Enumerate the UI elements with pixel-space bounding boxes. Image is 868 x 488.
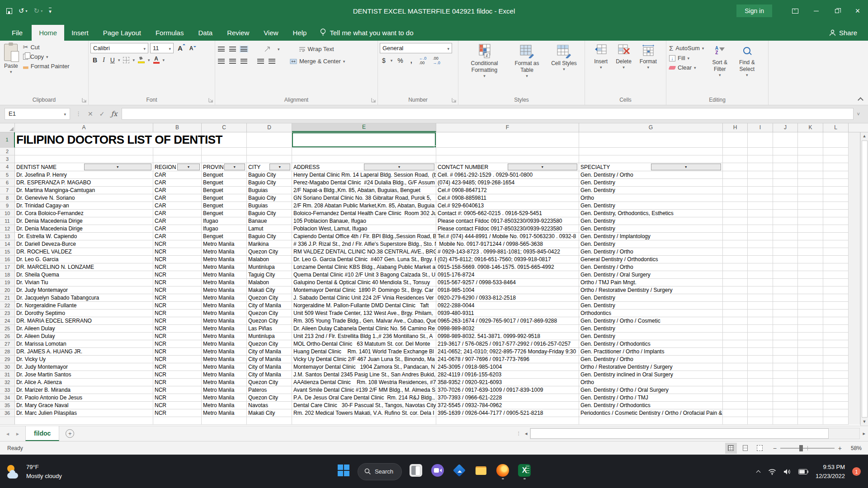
insert-cells-button[interactable]: Insert▾ xyxy=(591,42,611,95)
cell[interactable] xyxy=(723,286,748,294)
cell-address[interactable]: Henry Dental Clinic Rm. 14 Laperal Bldg.… xyxy=(292,171,436,179)
cell-address[interactable]: Huang Dental Clinic Rm. 1401 World Trade… xyxy=(292,348,436,356)
cell-address[interactable]: Unit 213 2nd / Flr. Estrellita Bldg 1.,#… xyxy=(292,333,436,340)
cell-specialty[interactable]: Gen. Dentistry / Orthodontics xyxy=(579,340,723,348)
cell-province[interactable]: Metro Manila xyxy=(202,348,247,356)
cell-contact[interactable]: 241-0678 / 907-7696 / 0917-773-7696 xyxy=(436,356,579,363)
cell-province[interactable]: Metro Manila xyxy=(202,333,247,340)
tab-formulas[interactable]: Formulas xyxy=(148,25,191,41)
cell-name[interactable]: Dr. Aileen Dulay xyxy=(15,333,153,340)
cell[interactable] xyxy=(823,371,849,379)
wrap-text-button[interactable]: Wrap Text xyxy=(297,44,336,54)
cell-contact[interactable]: 358-9352 / 0920-921-6093 xyxy=(436,379,579,386)
cell-name[interactable]: Dr. Vicky Uy xyxy=(15,356,153,363)
header-cell-specialty[interactable]: SPECIALTY▼ xyxy=(579,163,723,171)
cell-region[interactable]: NCR xyxy=(153,379,202,386)
cell[interactable] xyxy=(798,279,823,286)
cell-specialty[interactable]: Ortho / TMJ Pain Mngt. xyxy=(579,279,723,286)
column-header-f[interactable]: F xyxy=(436,123,579,132)
cell[interactable] xyxy=(823,179,849,187)
cut-button[interactable]: ✂Cut xyxy=(21,42,71,52)
cell-contact[interactable]: 0939-480-9311 xyxy=(436,310,579,317)
cell-region[interactable]: NCR xyxy=(153,302,202,310)
cell-name[interactable]: Dr. Vivian Tiu xyxy=(15,279,153,286)
cell-specialty[interactable]: Gen. Dentistry, Orthodontics, Esthetics xyxy=(579,210,723,217)
cell[interactable] xyxy=(723,148,748,155)
cell[interactable] xyxy=(773,348,798,356)
font-color-button[interactable]: A xyxy=(151,55,162,65)
cell[interactable] xyxy=(798,233,823,240)
fill-button[interactable]: ↓Fill▾ xyxy=(667,53,706,63)
cell[interactable] xyxy=(723,240,748,248)
tab-data[interactable]: Data xyxy=(191,25,220,41)
cell[interactable] xyxy=(823,163,849,171)
cell-province[interactable]: Metro Manila xyxy=(202,409,247,417)
row-header-16[interactable]: 16 xyxy=(0,256,15,263)
cell-city[interactable]: Muntinlupa xyxy=(247,333,292,340)
cell[interactable] xyxy=(748,132,773,148)
cell-specialty[interactable]: Gen. Dentistry xyxy=(579,294,723,302)
cell[interactable] xyxy=(798,271,823,279)
align-bottom-icon[interactable] xyxy=(241,47,247,52)
cell-address[interactable]: Rm. 202 Medical Towers Makati, V.A. Rufi… xyxy=(292,409,436,417)
cell-address[interactable]: P.A. De Jesus Oral Care Dental Clinic Rm… xyxy=(292,394,436,402)
restore-button[interactable] xyxy=(826,0,847,22)
cell-province[interactable]: Metro Manila xyxy=(202,340,247,348)
cell-specialty[interactable]: Gen. Dentistry xyxy=(579,202,723,210)
cell[interactable] xyxy=(723,225,748,233)
cell-region[interactable]: CAR xyxy=(153,194,202,202)
cell[interactable] xyxy=(723,171,748,179)
cell-city[interactable]: Makati City xyxy=(247,409,292,417)
cell-address[interactable]: Dental Care Clinic 30-F Pascual St., Tan… xyxy=(292,402,436,409)
cell[interactable] xyxy=(748,402,773,409)
share-button[interactable]: Share xyxy=(818,25,868,41)
wifi-icon[interactable] xyxy=(768,469,776,475)
row-header-13[interactable]: 13 xyxy=(0,233,15,240)
cell-region[interactable]: CAR xyxy=(153,225,202,233)
weather-widget[interactable]: 79°FMostly cloudy xyxy=(0,463,62,480)
cell[interactable] xyxy=(723,340,748,348)
cell-city[interactable] xyxy=(247,148,292,155)
cell[interactable] xyxy=(773,271,798,279)
cell-contact[interactable]: 395-1639 / 0926-044-7177 / 0905-521-8218 xyxy=(436,409,579,417)
cell-province[interactable]: Metro Manila xyxy=(202,363,247,371)
scroll-up-icon[interactable]: ▲ xyxy=(863,132,867,140)
cell-specialty[interactable]: Gen. Dentistry xyxy=(579,217,723,225)
scroll-down-icon[interactable]: ▼ xyxy=(863,418,867,426)
tab-page-layout[interactable]: Page Layout xyxy=(96,25,148,41)
cell-address[interactable] xyxy=(292,148,436,155)
cell[interactable] xyxy=(773,155,798,163)
cell[interactable] xyxy=(723,348,748,356)
normal-view-button[interactable] xyxy=(725,443,737,454)
cell[interactable] xyxy=(748,363,773,371)
cell[interactable] xyxy=(748,210,773,217)
enter-button[interactable]: ✓ xyxy=(99,110,105,117)
underline-button[interactable]: U xyxy=(108,56,117,65)
filter-dropdown-icon[interactable]: ▼ xyxy=(224,164,245,170)
start-button[interactable] xyxy=(336,461,351,482)
cell[interactable] xyxy=(748,348,773,356)
row-header-5[interactable]: 5 xyxy=(0,171,15,179)
cell[interactable] xyxy=(798,148,823,155)
cell-region[interactable]: NCR xyxy=(153,371,202,379)
cell-name[interactable]: Dr. Martina Manginga-Camtugan xyxy=(15,187,153,194)
cell-province[interactable]: Metro Manila xyxy=(202,263,247,271)
cell[interactable] xyxy=(773,171,798,179)
cell-region[interactable]: NCR xyxy=(153,409,202,417)
tab-file[interactable]: File xyxy=(3,25,32,41)
page-break-view-button[interactable] xyxy=(754,443,766,454)
cell[interactable] xyxy=(748,179,773,187)
cell[interactable] xyxy=(773,132,798,148)
cell-contact[interactable] xyxy=(436,417,579,425)
copy-button[interactable]: Copy▾ xyxy=(21,52,71,61)
tab-home[interactable]: Home xyxy=(32,25,64,41)
cell-name[interactable]: Dr. Jacquelyn Sabado Tabangcura xyxy=(15,294,153,302)
cell-city[interactable]: Marikina xyxy=(247,240,292,248)
cell[interactable] xyxy=(798,210,823,217)
cell[interactable] xyxy=(579,132,723,148)
cell-contact[interactable]: # 0929-143-8723 . 0999-881-1081; 0935-84… xyxy=(436,248,579,256)
tell-me-box[interactable]: Tell me what you want to do xyxy=(314,24,420,41)
column-header-c[interactable]: C xyxy=(202,123,247,132)
font-size-combo[interactable]: 11 xyxy=(150,43,174,53)
cell-contact[interactable]: Cell. # 0961-292-1529 . 0929-501-0800 xyxy=(436,171,579,179)
